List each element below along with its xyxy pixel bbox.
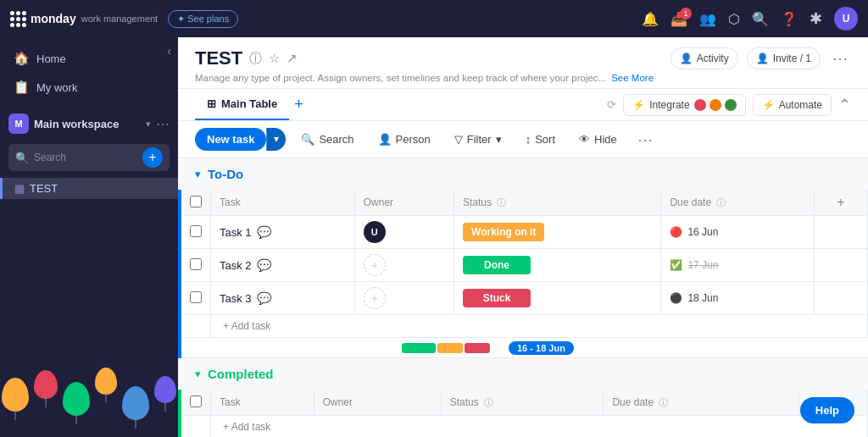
add-item-button[interactable]: + <box>142 147 163 168</box>
new-task-dropdown-button[interactable]: ▾ <box>266 128 286 151</box>
new-task-group: New task ▾ <box>195 128 286 151</box>
cth-status: Statusⓘ <box>441 390 604 416</box>
add-task-link[interactable]: + Add task <box>223 320 270 332</box>
group-completed-header: ▾ Completed <box>178 358 868 390</box>
automate-button[interactable]: ⚡ Automate <box>753 94 832 116</box>
summary-bar-working <box>437 343 463 353</box>
add-task-row-completed: + Add task <box>181 416 868 438</box>
color-icon[interactable]: ✱ <box>810 9 822 28</box>
search-input[interactable] <box>34 152 136 163</box>
todo-table: Task Owner Statusⓘ Due dateⓘ + <box>181 190 868 338</box>
collapse-button[interactable]: ⌃ <box>838 96 851 114</box>
inbox-icon[interactable]: 📥1 <box>670 11 687 27</box>
logo-dots <box>10 11 25 27</box>
row2-chat-icon[interactable]: 💬 <box>257 258 271 272</box>
help-button[interactable]: Help <box>800 397 854 423</box>
cth-checkbox <box>181 390 211 416</box>
workspace-label: Main workspace <box>34 118 141 130</box>
sidebar-item-mywork[interactable]: 📋 My work <box>0 73 178 102</box>
toolbar-more-button[interactable]: ⋯ <box>632 129 658 151</box>
search-bar[interactable]: 🔍 + <box>8 144 170 171</box>
row1-status-cell[interactable]: Working on it <box>454 216 661 249</box>
workspace-section[interactable]: M Main workspace ▾ ⋯ <box>0 108 178 139</box>
table-row: Task 2 💬 + Done <box>181 249 868 282</box>
th-duedate: Due dateⓘ <box>661 190 814 216</box>
cth-owner: Owner <box>314 390 441 416</box>
see-plans-button[interactable]: ✦ See plans <box>168 10 238 28</box>
row1-chat-icon[interactable]: 💬 <box>257 225 271 239</box>
table-icon: ⊞ <box>207 97 216 110</box>
row1-due-icon: 🔴 <box>670 226 682 238</box>
group-completed-title: Completed <box>208 367 274 381</box>
row3-status-cell[interactable]: Stuck <box>454 282 661 315</box>
row3-chat-icon[interactable]: 💬 <box>257 291 271 305</box>
share-icon[interactable]: ↗ <box>287 51 298 67</box>
row2-due-date: 17 Jun <box>687 259 718 271</box>
search-button[interactable]: 🔍 Search <box>292 129 362 150</box>
activity-button[interactable]: 👤 Activity <box>670 47 738 69</box>
cadd-task-checkbox <box>181 416 211 438</box>
new-task-button[interactable]: New task <box>195 128 266 151</box>
info-icon[interactable]: ⓘ <box>249 51 262 67</box>
select-all-todo[interactable] <box>190 196 202 207</box>
tab-bar-actions: ⟳ ⚡ Integrate ⚡ Automate ⌃ <box>607 94 851 116</box>
hide-button[interactable]: 👁 Hide <box>570 129 626 150</box>
cadd-task-cell[interactable]: + Add task <box>211 416 868 438</box>
person-add-icon: 👤 <box>756 53 769 64</box>
date-range-badge: 16 - 18 Jun <box>509 341 574 355</box>
row2-owner-empty[interactable]: + <box>364 254 386 276</box>
sidebar-collapse-button[interactable]: ‹ <box>167 44 171 58</box>
notification-icon[interactable]: 🔔 <box>642 11 659 27</box>
sidebar-project-test[interactable]: ▦ TEST <box>0 178 178 199</box>
row3-extra <box>814 282 867 315</box>
row3-due-icon: ⚫ <box>670 292 682 304</box>
sidebar-item-home[interactable]: 🏠 Home <box>0 44 178 73</box>
sort-button[interactable]: ↕ Sort <box>517 129 564 150</box>
completed-status-info-icon[interactable]: ⓘ <box>484 396 493 409</box>
filter-chevron-icon: ▾ <box>496 133 502 146</box>
filter-button[interactable]: ▽ Filter ▾ <box>446 129 510 150</box>
add-task-cell[interactable]: + Add task <box>211 315 868 338</box>
row2-status-cell[interactable]: Done <box>454 249 661 282</box>
search-icon[interactable]: 🔍 <box>752 11 769 27</box>
completed-duedate-info-icon[interactable]: ⓘ <box>659 396 668 409</box>
group-todo-chevron[interactable]: ▾ <box>195 168 201 180</box>
help-icon[interactable]: ❓ <box>781 11 798 27</box>
group-completed-chevron[interactable]: ▾ <box>195 368 201 380</box>
row3-task-cell: Task 3 💬 <box>211 282 355 315</box>
sync-icon: ⟳ <box>607 98 616 111</box>
see-more-link[interactable]: See More <box>611 73 654 83</box>
star-icon[interactable]: ☆ <box>269 51 280 67</box>
th-add-col[interactable]: + <box>814 190 867 216</box>
people-icon[interactable]: 👥 <box>699 11 716 27</box>
integrate-button[interactable]: ⚡ Integrate <box>623 94 745 116</box>
row1-checkbox[interactable] <box>190 225 202 237</box>
row3-checkbox[interactable] <box>190 291 202 303</box>
tab-add-button[interactable]: + <box>289 89 309 120</box>
project-more-button[interactable]: ⋯ <box>829 47 851 69</box>
integrate-icon: ⚡ <box>632 99 645 111</box>
row1-due-date: 16 Jun <box>687 226 718 238</box>
table-row: Task 1 💬 U Working on it <box>181 216 868 249</box>
row2-checkbox[interactable] <box>190 258 202 270</box>
group-completed: ▾ Completed Task Owner Statusⓘ <box>178 358 868 437</box>
workspace-more-icon[interactable]: ⋯ <box>156 116 170 132</box>
select-all-completed[interactable] <box>190 396 202 407</box>
duedate-info-icon[interactable]: ⓘ <box>716 196 726 209</box>
apps-icon[interactable]: ⬡ <box>728 11 740 27</box>
search-icon-sidebar: 🔍 <box>15 152 29 164</box>
add-column-button[interactable]: + <box>837 195 844 209</box>
add-task-row-todo: + Add task <box>181 315 868 338</box>
user-avatar[interactable]: U <box>834 7 858 30</box>
row1-owner-avatar[interactable]: U <box>364 221 386 243</box>
row3-owner-empty[interactable]: + <box>364 287 386 309</box>
search-toolbar-icon: 🔍 <box>301 133 314 146</box>
row2-owner-cell: + <box>354 249 453 282</box>
tab-main-table[interactable]: ⊞ Main Table <box>195 89 289 120</box>
person-button[interactable]: 👤 Person <box>370 129 439 150</box>
completed-add-task-link[interactable]: + Add task <box>223 421 270 433</box>
row1-status-badge: Working on it <box>463 223 544 241</box>
table-row: Task 3 💬 + Stuck <box>181 282 868 315</box>
status-info-icon[interactable]: ⓘ <box>497 196 506 209</box>
invite-button[interactable]: 👤 Invite / 1 <box>747 47 821 69</box>
